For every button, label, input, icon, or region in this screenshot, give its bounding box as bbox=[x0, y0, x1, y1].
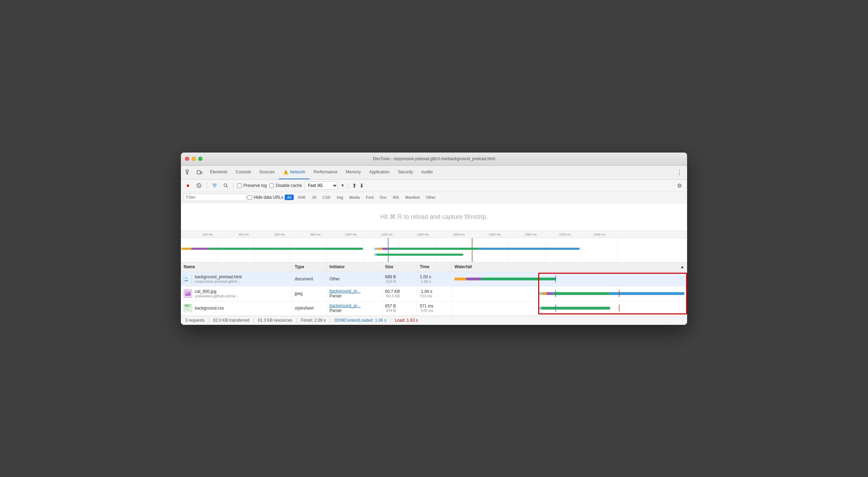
devtools-window: DevTools - responsive-preload.glitch.me/… bbox=[181, 152, 687, 325]
status-bar: 3 requests 62.0 KB transferred 61.3 KB r… bbox=[181, 316, 687, 325]
svg-text:1000 ms: 1000 ms bbox=[345, 233, 357, 236]
filter-other[interactable]: Other bbox=[424, 195, 438, 200]
waterfall-cell-3 bbox=[452, 301, 687, 315]
throttle-select[interactable]: Fast 3G No throttling Slow 3G bbox=[305, 181, 338, 190]
tab-application[interactable]: Application bbox=[365, 165, 394, 179]
col-size[interactable]: Size bbox=[382, 262, 417, 272]
tab-sources[interactable]: Sources bbox=[255, 165, 279, 179]
waterfall-cell-2 bbox=[452, 287, 687, 301]
tab-elements[interactable]: Elements bbox=[206, 165, 232, 179]
window-title: DevTools - responsive-preload.glitch.me/… bbox=[373, 156, 495, 161]
svg-text:2200 ms: 2200 ms bbox=[559, 233, 571, 236]
warning-icon: ⚠️ bbox=[283, 170, 289, 175]
download-button[interactable]: ⬇ bbox=[359, 182, 364, 189]
size-cell-2: 60.7 KB 60.3 KB bbox=[382, 287, 417, 301]
initiator-cell-1: Other bbox=[327, 272, 382, 286]
svg-rect-49 bbox=[454, 278, 466, 280]
tab-security[interactable]: Security bbox=[394, 165, 417, 179]
filter-font[interactable]: Font bbox=[364, 195, 376, 200]
table-row[interactable]: CSS background.css stylesheet background… bbox=[181, 301, 687, 316]
minimize-button[interactable] bbox=[192, 157, 196, 161]
disable-cache-checkbox[interactable] bbox=[269, 183, 274, 188]
finish-time: Finish: 2.09 s bbox=[301, 318, 326, 323]
resources-size: 61.3 KB resources bbox=[258, 318, 292, 323]
filter-button[interactable] bbox=[210, 181, 219, 190]
css-file-icon: CSS bbox=[184, 304, 192, 312]
inspect-element-button[interactable] bbox=[184, 167, 193, 177]
svg-point-55 bbox=[186, 292, 187, 294]
svg-rect-61 bbox=[610, 292, 684, 295]
file-name-cell-1: </> HTM background_preload.html responsi… bbox=[181, 272, 292, 286]
filter-all[interactable]: All bbox=[285, 195, 294, 200]
ruler-svg: 200 ms 400 ms 600 ms 800 ms 1000 ms 1200… bbox=[184, 231, 684, 238]
filter-doc[interactable]: Doc bbox=[377, 195, 389, 200]
tab-audits[interactable]: Audits bbox=[417, 165, 437, 179]
svg-rect-44 bbox=[374, 254, 376, 256]
svg-line-8 bbox=[227, 187, 228, 188]
filter-xhr[interactable]: XHR bbox=[295, 195, 308, 200]
table-row[interactable]: </> HTM background_preload.html responsi… bbox=[181, 272, 687, 287]
table-row[interactable]: cat_800.jpg yoavweiss.github.io/ima... j… bbox=[181, 287, 687, 301]
clear-button[interactable] bbox=[195, 181, 203, 190]
svg-text:600 ms: 600 ms bbox=[275, 233, 285, 236]
network-toolbar: ● Preserve log Disable cache bbox=[181, 180, 687, 192]
search-button[interactable] bbox=[222, 181, 230, 190]
svg-rect-51 bbox=[481, 278, 556, 280]
svg-rect-40 bbox=[377, 248, 382, 250]
upload-button[interactable]: ⬆ bbox=[352, 182, 357, 189]
svg-rect-3 bbox=[197, 171, 200, 174]
preserve-log-checkbox[interactable] bbox=[237, 183, 242, 188]
filmstrip-hint: Hit ⌘ R to reload and capture filmstrip. bbox=[380, 213, 488, 221]
col-waterfall[interactable]: Waterfall ▲ bbox=[452, 262, 687, 272]
filter-input[interactable] bbox=[184, 194, 246, 201]
filter-css[interactable]: CSS bbox=[320, 195, 333, 200]
filter-ws[interactable]: WS bbox=[391, 195, 402, 200]
filter-media[interactable]: Media bbox=[347, 195, 362, 200]
col-type[interactable]: Type bbox=[292, 262, 327, 272]
tab-console[interactable]: Console bbox=[232, 165, 255, 179]
record-button[interactable]: ● bbox=[184, 181, 192, 190]
close-button[interactable] bbox=[185, 157, 189, 161]
settings-button[interactable]: ⚙ bbox=[675, 181, 684, 190]
hide-data-urls-label[interactable]: Hide data URLs bbox=[248, 195, 283, 200]
filter-manifest[interactable]: Manifest bbox=[403, 195, 422, 200]
svg-rect-70 bbox=[539, 307, 541, 310]
timeline-svg bbox=[181, 238, 687, 262]
svg-text:1600 ms: 1600 ms bbox=[453, 233, 465, 236]
filter-js[interactable]: JS bbox=[309, 195, 319, 200]
svg-rect-58 bbox=[542, 292, 546, 295]
load-time: Load: 1.63 s bbox=[395, 318, 418, 323]
initiator-cell-3: background_pr... Parser bbox=[327, 301, 382, 315]
svg-text:1400 ms: 1400 ms bbox=[417, 233, 429, 236]
svg-rect-41 bbox=[382, 248, 389, 250]
col-initiator[interactable]: Initiator bbox=[327, 262, 382, 272]
hide-data-urls-checkbox[interactable] bbox=[248, 195, 252, 200]
maximize-button[interactable] bbox=[198, 157, 202, 161]
size-cell-1: 689 B 510 B bbox=[382, 272, 417, 286]
col-name[interactable]: Name bbox=[181, 262, 292, 272]
svg-text:400 ms: 400 ms bbox=[239, 233, 249, 236]
requests-count: 3 requests bbox=[185, 318, 205, 323]
network-table: Name Type Initiator Size Time Waterfall … bbox=[181, 262, 687, 316]
svg-rect-45 bbox=[376, 254, 463, 256]
disable-cache-label[interactable]: Disable cache bbox=[269, 183, 302, 188]
device-toolbar-button[interactable] bbox=[195, 167, 205, 177]
svg-rect-4 bbox=[201, 172, 202, 174]
tab-network[interactable]: ⚠️ Network bbox=[279, 165, 309, 179]
time-cell-1: 1.00 s 1.00 s bbox=[417, 272, 452, 286]
dom-content-loaded: DOMContentLoaded: 1.06 s bbox=[334, 318, 386, 323]
preserve-log-label[interactable]: Preserve log bbox=[237, 183, 267, 188]
svg-text:HTM: HTM bbox=[185, 280, 188, 282]
waterfall-cell-1 bbox=[452, 272, 687, 286]
tab-memory[interactable]: Memory bbox=[342, 165, 365, 179]
table-header: Name Type Initiator Size Time Waterfall … bbox=[181, 262, 687, 272]
chevron-down-icon: ▼ bbox=[341, 183, 345, 188]
svg-text:200 ms: 200 ms bbox=[202, 233, 213, 236]
tab-performance[interactable]: Performance bbox=[309, 165, 342, 179]
col-time[interactable]: Time bbox=[417, 262, 452, 272]
svg-rect-34 bbox=[191, 248, 209, 250]
status-divider-1 bbox=[209, 318, 209, 323]
initiator-cell-2: background_pr... Parser bbox=[327, 287, 382, 301]
filter-img[interactable]: Img bbox=[334, 195, 345, 200]
more-tabs-button[interactable]: ⋮ bbox=[675, 167, 684, 177]
